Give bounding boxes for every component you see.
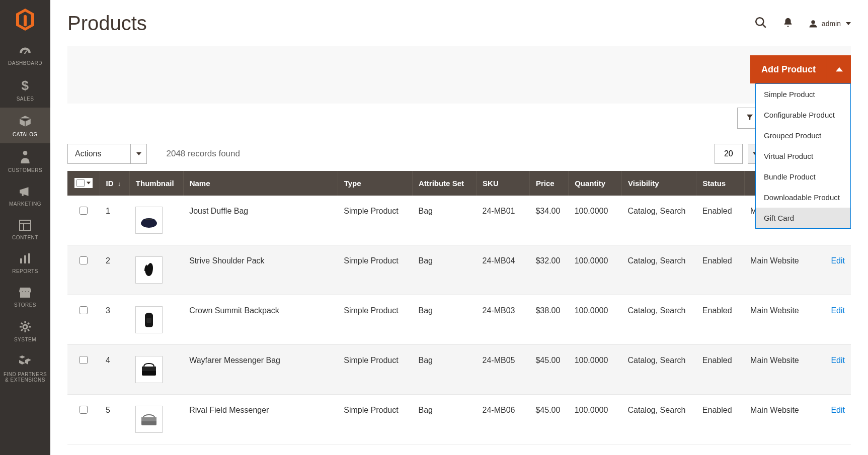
cell-visibility: Catalog, Search	[622, 196, 696, 245]
person-icon	[20, 150, 30, 164]
cell-thumbnail	[129, 295, 183, 345]
sidebar-item-find-partners-extensions[interactable]: FIND PARTNERS & EXTENSIONS	[0, 348, 50, 389]
sidebar-item-sales[interactable]: $SALES	[0, 72, 50, 108]
cell-sku: 24-MB01	[477, 196, 530, 245]
edit-link[interactable]: Edit	[831, 406, 845, 414]
chevron-down-icon	[846, 20, 851, 28]
row-checkbox[interactable]	[80, 256, 88, 264]
svg-point-18	[756, 18, 763, 25]
products-grid: ID ↓ Thumbnail Name Type Attribute Set S…	[67, 171, 851, 444]
col-header-price[interactable]: Price	[529, 171, 568, 196]
add-product-menu: Simple ProductConfigurable ProductGroupe…	[755, 83, 851, 229]
sidebar-item-customers[interactable]: CUSTOMERS	[0, 143, 50, 179]
sort-arrow-icon: ↓	[118, 180, 121, 188]
sidebar-item-label: MARKETING	[9, 201, 41, 207]
add-product-toggle[interactable]	[827, 55, 851, 83]
col-header-type[interactable]: Type	[338, 171, 412, 196]
col-header-quantity[interactable]: Quantity	[569, 171, 622, 196]
add-product-menu-item[interactable]: Simple Product	[756, 84, 850, 105]
sidebar-item-label: STORES	[14, 302, 36, 308]
cell-price: $45.00	[529, 395, 568, 444]
cell-attribute-set: Bag	[412, 395, 476, 444]
edit-link[interactable]: Edit	[831, 356, 845, 365]
svg-text:$: $	[21, 79, 29, 92]
search-icon[interactable]	[754, 16, 767, 31]
col-header-attribute-set[interactable]: Attribute Set	[412, 171, 476, 196]
add-product-menu-item[interactable]: Grouped Product	[756, 125, 850, 146]
svg-rect-25	[142, 367, 156, 371]
product-thumbnail[interactable]	[135, 356, 163, 383]
product-thumbnail[interactable]	[135, 207, 163, 234]
cell-visibility: Catalog, Search	[622, 295, 696, 345]
sidebar-item-dashboard[interactable]: DASHBOARD	[0, 39, 50, 72]
add-product-menu-item[interactable]: Bundle Product	[756, 166, 850, 187]
cell-website: Main Website	[744, 345, 819, 395]
sidebar-item-catalog[interactable]: CATALOG	[0, 108, 50, 143]
svg-rect-27	[141, 417, 156, 421]
add-product-menu-item[interactable]: Virtual Product	[756, 146, 850, 166]
cell-type: Simple Product	[338, 196, 412, 245]
col-header-sku[interactable]: SKU	[477, 171, 530, 196]
cell-website: Main Website	[744, 295, 819, 345]
sidebar-item-label: CONTENT	[12, 235, 38, 240]
bell-icon[interactable]	[782, 17, 794, 30]
actions-toolbar: Add Product Simple ProductConfigurable P…	[67, 46, 851, 104]
page-title: Products	[67, 12, 754, 35]
cell-name: Strive Shoulder Pack	[183, 245, 338, 295]
cell-status: Enabled	[696, 295, 744, 345]
admin-user-menu[interactable]: admin	[809, 19, 851, 28]
add-product-menu-item[interactable]: Downloadable Product	[756, 187, 850, 208]
page-size-input[interactable]	[715, 144, 743, 164]
col-header-visibility[interactable]: Visibility	[622, 171, 696, 196]
cell-visibility: Catalog, Search	[622, 345, 696, 395]
select-all-checkbox[interactable]	[76, 179, 85, 187]
row-checkbox[interactable]	[80, 406, 88, 414]
product-thumbnail[interactable]	[135, 306, 163, 333]
funnel-icon	[746, 113, 754, 123]
cell-id: 4	[100, 345, 129, 395]
sidebar-item-stores[interactable]: STORES	[0, 280, 50, 314]
chevron-down-icon	[130, 144, 146, 163]
row-checkbox[interactable]	[80, 306, 88, 314]
magento-logo[interactable]	[0, 0, 50, 39]
product-thumbnail[interactable]	[135, 256, 163, 284]
add-product-menu-item[interactable]: Gift Card	[756, 208, 850, 228]
grid-tools-row: Filters Default V	[67, 104, 851, 144]
col-header-select[interactable]	[67, 171, 100, 196]
svg-line-15	[28, 329, 29, 331]
bars-icon	[19, 253, 31, 265]
col-header-id[interactable]: ID ↓	[100, 171, 129, 196]
gear-icon	[19, 321, 31, 334]
sidebar-item-marketing[interactable]: MARKETING	[0, 179, 50, 213]
product-thumbnail[interactable]	[135, 406, 163, 433]
gauge-icon	[19, 46, 32, 57]
cell-quantity: 100.0000	[569, 245, 622, 295]
sidebar-item-content[interactable]: CONTENT	[0, 213, 50, 246]
cell-visibility: Catalog, Search	[622, 245, 696, 295]
sidebar-item-reports[interactable]: REPORTS	[0, 246, 50, 280]
cell-type: Simple Product	[338, 395, 412, 444]
cell-action: Edit	[819, 245, 851, 295]
cell-status: Enabled	[696, 345, 744, 395]
col-header-status[interactable]: Status	[696, 171, 744, 196]
row-checkbox[interactable]	[80, 356, 88, 364]
add-product-menu-item[interactable]: Configurable Product	[756, 105, 850, 125]
edit-link[interactable]: Edit	[831, 256, 845, 265]
cell-thumbnail	[129, 345, 183, 395]
col-header-name[interactable]: Name	[183, 171, 338, 196]
edit-link[interactable]: Edit	[831, 306, 845, 315]
sidebar-item-label: REPORTS	[12, 268, 38, 274]
row-checkbox[interactable]	[80, 207, 88, 215]
col-header-thumbnail[interactable]: Thumbnail	[129, 171, 183, 196]
add-product-button[interactable]: Add Product	[750, 55, 827, 83]
cell-attribute-set: Bag	[412, 245, 476, 295]
cell-name: Rival Field Messenger	[183, 395, 338, 444]
bulk-actions-select[interactable]: Actions	[67, 144, 147, 164]
cell-id: 2	[100, 245, 129, 295]
col-id-label: ID	[106, 179, 114, 188]
layout-icon	[19, 220, 31, 232]
cell-status: Enabled	[696, 245, 744, 295]
table-row: 3Crown Summit BackpackSimple ProductBag2…	[67, 295, 851, 345]
sidebar-item-system[interactable]: SYSTEM	[0, 314, 50, 348]
svg-point-20	[811, 20, 815, 24]
